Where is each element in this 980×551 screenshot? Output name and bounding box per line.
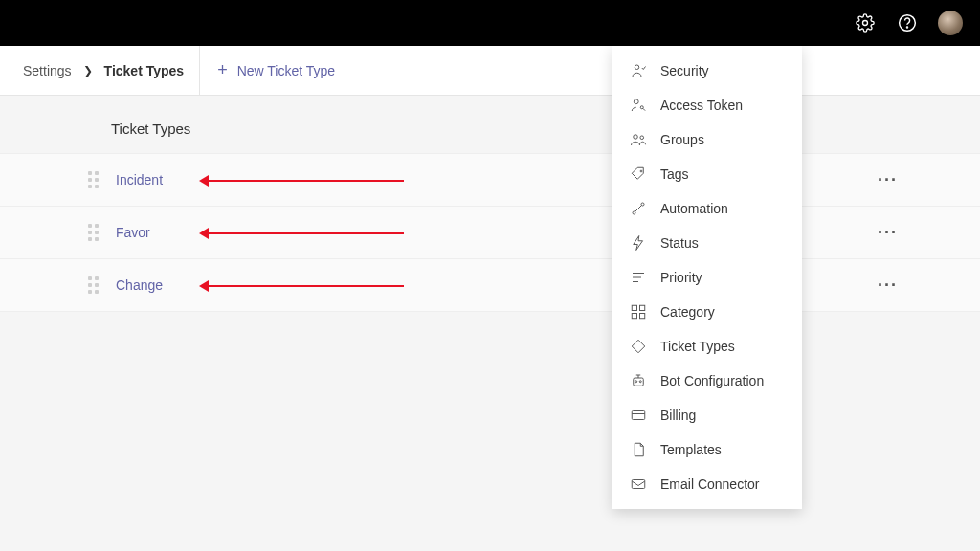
breadcrumb-root[interactable]: Settings — [23, 63, 72, 78]
drag-handle-icon[interactable] — [88, 171, 99, 188]
drag-handle-icon[interactable] — [88, 224, 99, 241]
chevron-right-icon: ❯ — [83, 64, 93, 77]
menu-item-category[interactable]: Category — [612, 295, 802, 329]
menu-item-email-connector[interactable]: Email Connector — [612, 467, 802, 501]
svg-point-0 — [863, 21, 868, 26]
svg-point-5 — [640, 106, 643, 109]
menu-label: Security — [660, 63, 709, 78]
menu-label: Billing — [660, 408, 696, 423]
status-icon — [630, 234, 647, 252]
svg-point-16 — [635, 381, 637, 383]
menu-item-tags[interactable]: Tags — [612, 157, 802, 191]
menu-label: Tags — [660, 166, 689, 182]
content-area: Ticket Types Incident ··· Favor ··· Chan… — [0, 96, 980, 312]
billing-icon — [630, 407, 647, 424]
svg-rect-11 — [632, 305, 636, 310]
category-icon — [630, 303, 647, 320]
menu-label: Automation — [660, 201, 728, 216]
svg-point-10 — [641, 203, 644, 206]
subheader: Settings ❯ Ticket Types + New Ticket Typ… — [0, 46, 980, 96]
menu-item-access-token[interactable]: Access Token — [612, 88, 802, 122]
menu-item-ticket-types[interactable]: Ticket Types — [612, 329, 802, 364]
menu-label: Status — [660, 235, 699, 251]
svg-point-6 — [634, 135, 638, 140]
bot-icon — [630, 372, 647, 389]
ticket-type-name[interactable]: Change — [116, 277, 163, 293]
key-icon — [630, 97, 647, 114]
plus-icon: + — [217, 60, 228, 80]
menu-item-bot-configuration[interactable]: Bot Configuration — [612, 364, 802, 398]
menu-item-groups[interactable]: Groups — [612, 122, 802, 157]
new-button-label: New Ticket Type — [237, 63, 335, 78]
drag-handle-icon[interactable] — [88, 276, 99, 294]
menu-item-automation[interactable]: Automation — [612, 191, 802, 226]
menu-item-priority[interactable]: Priority — [612, 260, 802, 295]
ticket-types-icon — [630, 338, 647, 355]
priority-icon — [630, 269, 647, 286]
svg-rect-12 — [640, 305, 645, 310]
annotation-arrow — [207, 232, 404, 234]
svg-point-17 — [639, 381, 641, 383]
automation-icon — [630, 200, 647, 217]
template-icon — [630, 441, 647, 458]
menu-label: Access Token — [660, 98, 743, 113]
list-item[interactable]: Change ··· — [0, 258, 980, 312]
list-header: Ticket Types — [0, 96, 980, 154]
tag-icon — [630, 165, 647, 183]
new-ticket-type-button[interactable]: + New Ticket Type — [200, 46, 352, 95]
menu-label: Email Connector — [660, 476, 760, 492]
svg-rect-18 — [632, 411, 645, 420]
menu-label: Priority — [660, 270, 702, 285]
ticket-type-name[interactable]: Incident — [116, 172, 163, 187]
menu-item-security[interactable]: Security — [612, 54, 802, 88]
annotation-arrow — [207, 285, 404, 287]
menu-label: Groups — [660, 132, 704, 147]
menu-label: Ticket Types — [660, 339, 735, 354]
svg-point-7 — [640, 136, 644, 140]
security-icon — [630, 62, 647, 79]
svg-point-4 — [634, 99, 638, 104]
svg-point-3 — [635, 65, 639, 70]
email-icon — [630, 475, 647, 493]
menu-item-templates[interactable]: Templates — [612, 432, 802, 467]
svg-rect-14 — [640, 314, 645, 319]
menu-label: Templates — [660, 442, 722, 457]
more-options-button[interactable]: ··· — [878, 170, 898, 190]
more-options-button[interactable]: ··· — [878, 223, 898, 243]
menu-label: Category — [660, 304, 715, 320]
list-item[interactable]: Favor ··· — [0, 206, 980, 259]
more-options-button[interactable]: ··· — [878, 276, 898, 296]
menu-item-status[interactable]: Status — [612, 226, 802, 260]
svg-rect-19 — [632, 480, 645, 489]
ticket-type-name[interactable]: Favor — [116, 225, 150, 240]
gear-icon[interactable] — [854, 11, 877, 34]
svg-point-9 — [633, 211, 635, 214]
settings-dropdown: Security Access Token Groups Tags Automa… — [612, 46, 802, 509]
top-bar — [0, 0, 980, 46]
annotation-arrow — [207, 180, 404, 182]
avatar[interactable] — [938, 11, 963, 35]
list-item[interactable]: Incident ··· — [0, 153, 980, 207]
svg-point-8 — [640, 170, 642, 172]
menu-label: Bot Configuration — [660, 373, 764, 388]
help-icon[interactable] — [896, 11, 919, 34]
svg-rect-15 — [634, 378, 644, 386]
breadcrumb: Settings ❯ Ticket Types — [8, 46, 200, 95]
breadcrumb-current: Ticket Types — [104, 63, 185, 78]
svg-rect-13 — [632, 314, 636, 319]
groups-icon — [630, 131, 647, 148]
svg-point-2 — [907, 27, 908, 28]
menu-item-billing[interactable]: Billing — [612, 398, 802, 432]
